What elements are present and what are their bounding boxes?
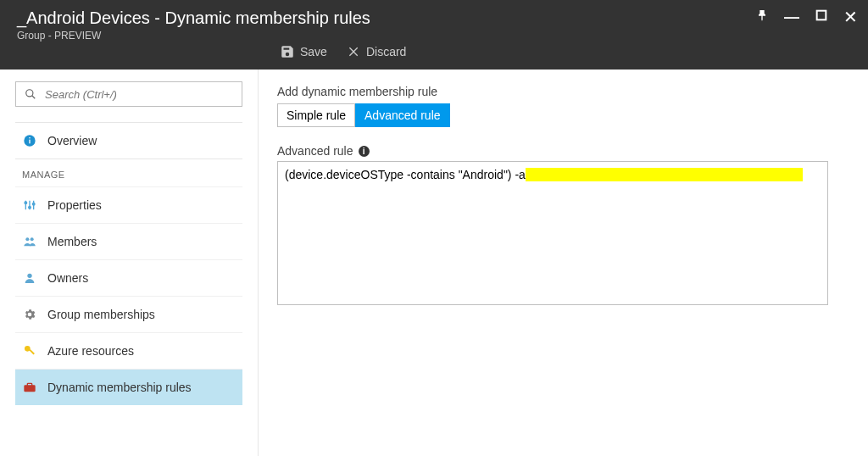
nav-group-memberships[interactable]: Group memberships	[15, 296, 242, 332]
svg-point-14	[27, 274, 31, 278]
nav-azure-resources-label: Azure resources	[47, 344, 134, 358]
main-panel: Add dynamic membership rule Simple rule …	[259, 70, 868, 456]
minimize-icon[interactable]: —	[784, 8, 799, 26]
maximize-icon[interactable]	[815, 8, 828, 26]
blade-header: _Android Devices - Dynamic membership ru…	[0, 0, 868, 70]
tab-advanced-rule[interactable]: Advanced rule	[355, 103, 450, 127]
close-icon[interactable]: ✕	[843, 7, 858, 27]
nav-overview-label: Overview	[47, 134, 97, 147]
svg-point-12	[25, 237, 29, 241]
svg-line-2	[32, 96, 36, 99]
nav-azure-resources[interactable]: Azure resources	[15, 332, 242, 369]
nav-dynamic-rules[interactable]: Dynamic membership rules	[15, 369, 242, 405]
svg-rect-16	[29, 349, 35, 355]
section-label: Add dynamic membership rule	[277, 85, 849, 98]
nav-group-memberships-label: Group memberships	[47, 308, 155, 321]
discard-label: Discard	[366, 45, 406, 58]
info-icon	[22, 133, 37, 148]
advanced-rule-textarea[interactable]	[277, 161, 828, 305]
svg-point-10	[29, 206, 31, 209]
svg-point-9	[25, 202, 27, 204]
save-label: Save	[300, 45, 327, 58]
nav-members-label: Members	[47, 235, 97, 248]
search-input[interactable]	[45, 88, 235, 101]
window-controls: — ✕	[755, 7, 858, 27]
sliders-icon	[22, 197, 37, 213]
gear-icon	[22, 307, 37, 322]
owners-icon	[22, 270, 37, 286]
svg-rect-4	[29, 140, 30, 144]
command-bar: Save Discard	[280, 44, 406, 59]
manage-section-header: MANAGE	[15, 158, 242, 186]
nav-properties[interactable]: Properties	[15, 186, 242, 223]
save-button[interactable]: Save	[280, 44, 327, 59]
nav-owners[interactable]: Owners	[15, 259, 242, 296]
search-box[interactable]	[15, 81, 242, 107]
advanced-rule-label: Advanced rule i	[277, 144, 849, 158]
members-icon	[22, 234, 37, 249]
blade-title: _Android Devices - Dynamic membership ru…	[17, 8, 851, 28]
svg-point-11	[32, 203, 35, 205]
nav-properties-label: Properties	[47, 198, 102, 212]
toolbox-icon	[22, 380, 37, 395]
discard-button[interactable]: Discard	[348, 45, 406, 58]
svg-rect-0	[817, 10, 826, 19]
nav-owners-label: Owners	[47, 271, 88, 285]
svg-point-13	[31, 237, 34, 241]
blade-subtitle: Group - PREVIEW	[17, 30, 851, 42]
svg-point-1	[26, 90, 33, 97]
nav-members[interactable]: Members	[15, 223, 242, 259]
sidebar: Overview MANAGE Properties Members Owner…	[0, 70, 259, 456]
search-icon	[23, 86, 38, 102]
info-icon[interactable]: i	[359, 146, 370, 157]
nav-dynamic-rules-label: Dynamic membership rules	[47, 381, 192, 394]
rule-type-tabs: Simple rule Advanced rule	[277, 103, 849, 127]
svg-rect-5	[29, 137, 30, 138]
tab-simple-rule[interactable]: Simple rule	[277, 103, 355, 127]
nav-overview[interactable]: Overview	[15, 122, 242, 158]
key-icon	[22, 343, 37, 359]
pin-icon[interactable]	[755, 8, 769, 26]
